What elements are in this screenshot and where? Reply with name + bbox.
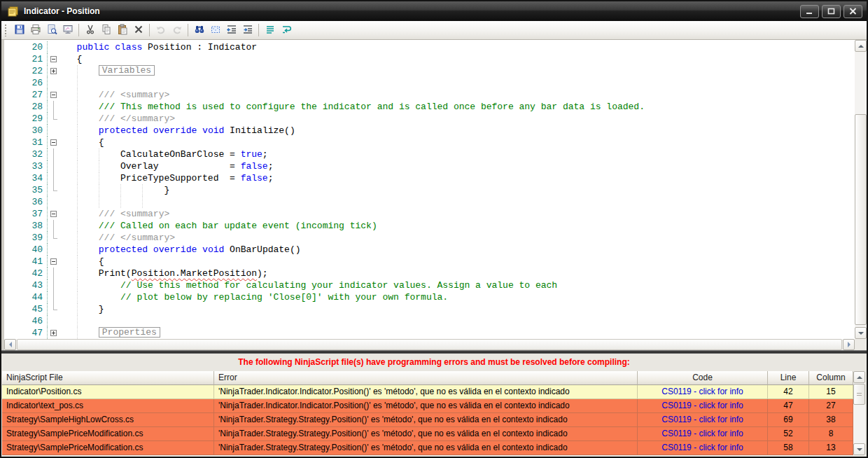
- table-scroll-thumb[interactable]: [853, 384, 865, 405]
- indent-guide: [77, 303, 78, 315]
- error-code-link[interactable]: CS0119 - click for info: [638, 385, 768, 399]
- code-line[interactable]: 31 {: [4, 137, 855, 148]
- delete-button[interactable]: [130, 22, 146, 38]
- cell-error: 'NinjaTrader.Strategy.Strategy.Position(…: [214, 413, 638, 427]
- error-row[interactable]: Strategy\SamplePriceModification.cs'Ninj…: [2, 427, 853, 441]
- error-table-scrollbar[interactable]: [853, 371, 865, 455]
- outdent-button[interactable]: [223, 22, 239, 38]
- code-line[interactable]: 37 /// <summary>: [4, 208, 855, 220]
- toolbar-grip[interactable]: [4, 24, 8, 36]
- code-line[interactable]: 43 // Use this method for calculating yo…: [4, 279, 855, 291]
- code-text: PriceTypeSupported = false;: [62, 172, 273, 184]
- close-icon: [849, 8, 857, 15]
- column-header-line[interactable]: Line: [768, 371, 809, 385]
- scroll-left-button[interactable]: [4, 339, 16, 350]
- scroll-up-button[interactable]: [853, 371, 865, 383]
- fold-margin: [48, 232, 62, 244]
- select-region-button[interactable]: [207, 22, 223, 38]
- code-line[interactable]: 40 protected override void OnBarUpdate(): [4, 244, 855, 256]
- code-line[interactable]: 32 CalculateOnBarClose = true;: [4, 148, 855, 160]
- code-line[interactable]: 47 Properties: [4, 327, 855, 339]
- code-line[interactable]: 26: [4, 77, 855, 89]
- print-button[interactable]: [27, 22, 43, 38]
- code-line[interactable]: 35 }: [4, 184, 855, 196]
- fold-margin[interactable]: [48, 53, 62, 65]
- find-button[interactable]: [191, 22, 207, 38]
- maximize-button[interactable]: [822, 5, 841, 18]
- code-text: /// <summary>: [62, 208, 169, 220]
- column-header-code[interactable]: Code: [638, 371, 768, 385]
- code-line[interactable]: 21 {: [4, 53, 855, 65]
- error-row[interactable]: Strategy\SamplePriceModification.cs'Ninj…: [2, 441, 853, 455]
- column-header-error[interactable]: Error: [214, 371, 638, 385]
- error-row[interactable]: Indicator\text_pos.cs'NinjaTrader.Indica…: [2, 399, 853, 413]
- code-line[interactable]: 39 /// </summary>: [4, 232, 855, 244]
- app-icon[interactable]: [7, 6, 19, 18]
- scroll-right-button[interactable]: [843, 339, 855, 350]
- cell-file: Strategy\SamplePriceModification.cs: [2, 427, 214, 441]
- print-preview-button[interactable]: [43, 22, 59, 38]
- title-bar[interactable]: Indicator - Position: [1, 1, 867, 21]
- paste-button[interactable]: [114, 22, 130, 38]
- undo-button[interactable]: [153, 22, 169, 38]
- error-code-link[interactable]: CS0119 - click for info: [638, 427, 768, 441]
- word-wrap-button[interactable]: [278, 22, 294, 38]
- code-line[interactable]: 33 Overlay = false;: [4, 160, 855, 172]
- fold-margin[interactable]: [48, 65, 62, 77]
- copy-button[interactable]: [98, 22, 114, 38]
- design-view-button[interactable]: [59, 22, 76, 38]
- error-code-link[interactable]: CS0119 - click for info: [638, 413, 768, 427]
- expand-icon[interactable]: [50, 330, 57, 336]
- collapse-icon[interactable]: [50, 92, 57, 98]
- error-row[interactable]: Strategy\SampleHighLowCross.cs'NinjaTrad…: [2, 413, 853, 427]
- code-line[interactable]: 27 /// <summary>: [4, 89, 855, 101]
- code-line[interactable]: 38 /// Called on each bar update event (…: [4, 220, 855, 232]
- fold-margin: [48, 41, 62, 53]
- collapse-icon[interactable]: [50, 211, 57, 217]
- fold-margin[interactable]: [48, 137, 62, 148]
- cut-button[interactable]: [82, 22, 98, 38]
- fold-margin[interactable]: [48, 89, 62, 101]
- minimize-button[interactable]: [800, 5, 819, 18]
- save-button[interactable]: [11, 22, 27, 38]
- collapse-icon[interactable]: [50, 139, 57, 146]
- code-line[interactable]: 36: [4, 196, 855, 208]
- editor-horizontal-scrollbar[interactable]: [4, 339, 855, 350]
- fold-margin[interactable]: [48, 327, 62, 339]
- code-view[interactable]: 20 public class Position : Indicator21 {…: [4, 40, 855, 339]
- code-line[interactable]: 20 public class Position : Indicator: [4, 41, 855, 53]
- indent-button[interactable]: [239, 22, 255, 38]
- scroll-up-button[interactable]: [855, 40, 867, 52]
- code-line[interactable]: 42 Print(Position.MarketPosition);: [4, 268, 855, 279]
- code-line[interactable]: 41 {: [4, 256, 855, 268]
- code-line[interactable]: 22 Variables: [4, 65, 855, 77]
- column-header-ninjascript-file[interactable]: NinjaScript File: [2, 371, 214, 385]
- code-line[interactable]: 30 protected override void Initialize(): [4, 125, 855, 137]
- vertical-scroll-thumb[interactable]: [855, 114, 867, 325]
- expand-icon[interactable]: [50, 68, 57, 74]
- close-button[interactable]: [844, 5, 862, 18]
- scroll-down-button[interactable]: [853, 443, 865, 455]
- fold-margin[interactable]: [48, 256, 62, 268]
- error-row[interactable]: Indicator\Position.cs'NinjaTrader.Indica…: [2, 385, 853, 399]
- collapsed-region-box[interactable]: Variables: [99, 65, 155, 76]
- code-line[interactable]: 34 PriceTypeSupported = false;: [4, 172, 855, 184]
- code-line[interactable]: 46: [4, 315, 855, 327]
- editor-vertical-scrollbar[interactable]: [855, 40, 867, 339]
- error-code-link[interactable]: CS0119 - click for info: [638, 441, 768, 455]
- code-line[interactable]: 28 /// This method is used to configure …: [4, 101, 855, 113]
- collapse-icon[interactable]: [50, 258, 57, 265]
- scroll-down-button[interactable]: [855, 327, 867, 339]
- horizontal-scroll-thumb[interactable]: [17, 339, 842, 350]
- fold-margin[interactable]: [48, 208, 62, 220]
- format-lines-button[interactable]: [262, 22, 278, 38]
- code-line[interactable]: 45 }: [4, 303, 855, 315]
- error-code-link[interactable]: CS0119 - click for info: [638, 399, 768, 413]
- code-line[interactable]: 29 /// </summary>: [4, 113, 855, 125]
- collapsed-region-box[interactable]: Properties: [99, 327, 160, 338]
- redo-button[interactable]: [169, 22, 185, 38]
- maximize-icon: [827, 8, 835, 15]
- code-line[interactable]: 44 // plot below by replacing 'Close[0]'…: [4, 291, 855, 303]
- column-header-column[interactable]: Column: [809, 371, 853, 385]
- collapse-icon[interactable]: [50, 56, 57, 62]
